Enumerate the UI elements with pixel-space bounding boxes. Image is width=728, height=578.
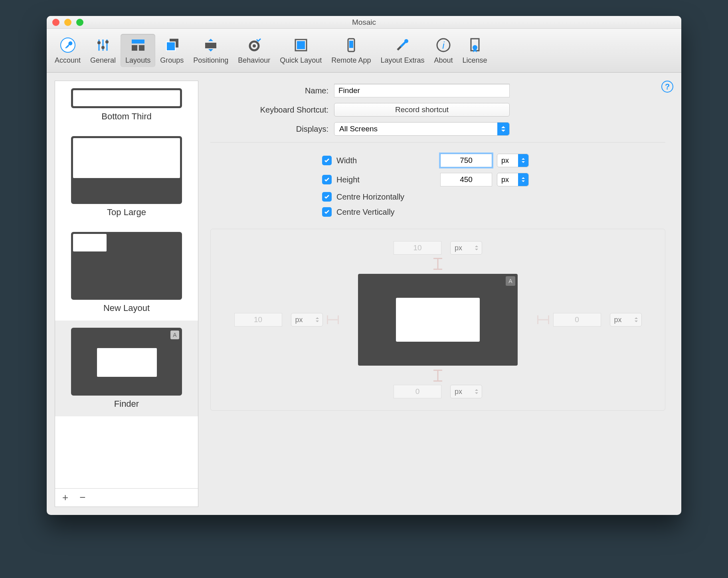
width-checkbox[interactable]: [322, 156, 332, 165]
bracket-icon: [537, 315, 549, 324]
divider: [210, 142, 665, 143]
add-layout-button[interactable]: +: [62, 491, 68, 504]
bracket-icon: [433, 370, 442, 382]
record-shortcut-button[interactable]: Record shortcut: [334, 103, 510, 117]
margin-left-unit[interactable]: px: [291, 313, 323, 327]
svg-rect-15: [349, 41, 353, 48]
tab-positioning[interactable]: Positioning: [188, 34, 233, 67]
margin-top-unit[interactable]: px: [450, 241, 482, 255]
svg-point-3: [105, 40, 109, 44]
remove-layout-button[interactable]: −: [79, 491, 85, 504]
minimize-window-button[interactable]: [64, 19, 71, 26]
margin-right-unit[interactable]: px: [610, 313, 642, 327]
margin-left-input[interactable]: [234, 313, 282, 327]
svg-point-11: [253, 44, 256, 48]
sidebar-footer: + −: [55, 488, 198, 507]
margin-top-input[interactable]: [394, 241, 441, 255]
tab-license[interactable]: License: [458, 34, 492, 67]
tab-layouts[interactable]: Layouts: [121, 34, 155, 67]
quick-layout-icon: [292, 36, 310, 54]
layout-detail-panel: ? Name: Keyboard Shortcut: Record shortc…: [198, 73, 681, 515]
tab-about[interactable]: i About: [429, 34, 457, 67]
auto-badge-icon: A: [170, 331, 179, 339]
displays-label: Displays:: [210, 125, 334, 134]
width-label: Width: [336, 156, 440, 165]
svg-rect-13: [297, 41, 305, 49]
svg-rect-8: [166, 42, 175, 51]
svg-text:i: i: [442, 40, 445, 51]
sliders-icon: [94, 36, 112, 54]
bracket-icon: [433, 258, 442, 270]
name-input[interactable]: [334, 84, 510, 97]
stepper-icon: [471, 241, 482, 254]
height-label: Height: [336, 175, 440, 184]
name-label: Name:: [210, 86, 334, 95]
svg-rect-9: [205, 43, 216, 48]
height-checkbox[interactable]: [322, 175, 332, 184]
zoom-window-button[interactable]: [76, 19, 83, 26]
preferences-toolbar: Account General Layouts Groups Positioni…: [47, 29, 681, 73]
svg-point-16: [404, 39, 408, 43]
help-button[interactable]: ?: [661, 81, 673, 93]
key-icon: [59, 36, 77, 54]
info-icon: i: [435, 36, 452, 54]
tab-quick-layout[interactable]: Quick Layout: [275, 34, 326, 67]
chevron-updown-icon: [518, 173, 528, 186]
layouts-sidebar: Bottom Third Top Large New Layout A Find…: [55, 81, 198, 507]
layout-item-new-layout[interactable]: New Layout: [55, 225, 198, 321]
window-controls: [52, 19, 83, 26]
margin-bottom-input[interactable]: [394, 385, 441, 398]
svg-rect-6: [139, 45, 144, 51]
bracket-icon: [327, 315, 339, 324]
displays-select[interactable]: All Screens: [334, 122, 510, 136]
tab-groups[interactable]: Groups: [155, 34, 188, 67]
license-icon: [466, 36, 484, 54]
layout-item-finder[interactable]: A Finder: [55, 321, 198, 416]
width-input[interactable]: [440, 154, 492, 167]
svg-point-1: [97, 41, 101, 44]
auto-badge-icon: A: [506, 276, 515, 286]
shortcut-label: Keyboard Shortcut:: [210, 105, 334, 115]
height-input[interactable]: [440, 173, 492, 186]
margin-bottom-unit[interactable]: px: [450, 385, 482, 398]
margin-right-input[interactable]: [553, 313, 601, 327]
centre-h-checkbox[interactable]: [322, 192, 332, 202]
layout-preview: A: [358, 274, 518, 366]
svg-rect-4: [132, 40, 144, 44]
stepper-icon: [631, 313, 641, 326]
tab-remote-app[interactable]: Remote App: [326, 34, 376, 67]
centre-v-label: Centre Vertically: [336, 208, 665, 217]
layouts-list[interactable]: Bottom Third Top Large New Layout A Find…: [55, 81, 198, 488]
stepper-icon: [312, 313, 322, 326]
width-unit-select[interactable]: px: [497, 154, 529, 167]
tab-behaviour[interactable]: Behaviour: [233, 34, 275, 67]
centre-v-checkbox[interactable]: [322, 207, 332, 217]
preferences-window: Mosaic Account General Layouts Groups Po…: [47, 16, 681, 515]
centre-h-label: Centre Horizontally: [336, 192, 665, 202]
phone-icon: [342, 36, 360, 54]
close-window-button[interactable]: [52, 19, 59, 26]
svg-rect-5: [132, 45, 137, 51]
tools-icon: [394, 36, 411, 54]
svg-point-2: [101, 46, 105, 49]
window-title: Mosaic: [352, 18, 376, 27]
tab-account[interactable]: Account: [50, 34, 85, 67]
gear-icon: [245, 36, 263, 54]
titlebar: Mosaic: [47, 16, 681, 29]
margins-preview-panel: px px A: [210, 229, 665, 411]
chevron-updown-icon: [497, 123, 509, 135]
stepper-icon: [471, 385, 482, 398]
positioning-icon: [202, 36, 220, 54]
layouts-icon: [129, 36, 147, 54]
height-unit-select[interactable]: px: [497, 173, 529, 186]
groups-icon: [163, 36, 181, 54]
layout-item-top-large[interactable]: Top Large: [55, 129, 198, 225]
layout-item-bottom-third[interactable]: Bottom Third: [55, 81, 198, 129]
tab-layout-extras[interactable]: Layout Extras: [376, 34, 429, 67]
chevron-updown-icon: [518, 154, 528, 167]
tab-general[interactable]: General: [85, 34, 121, 67]
